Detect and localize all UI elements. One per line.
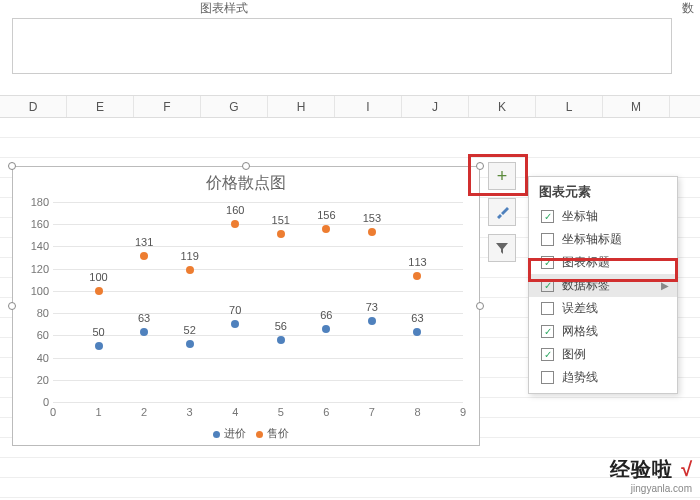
checkbox[interactable]: ✓ (541, 279, 554, 292)
gridline (53, 269, 463, 270)
chart-element-option[interactable]: ✓数据标签▶ (529, 274, 677, 297)
chart-legend[interactable]: 进价售价 (13, 426, 479, 441)
grid-row[interactable] (0, 118, 700, 138)
column-header[interactable]: G (201, 96, 268, 117)
column-headers: DEFGHIJKLM (0, 96, 700, 118)
data-point[interactable] (231, 220, 239, 228)
x-axis-tick: 0 (50, 406, 56, 418)
chart-element-option[interactable]: ✓网格线 (529, 320, 677, 343)
column-header[interactable]: E (67, 96, 134, 117)
resize-handle[interactable] (242, 162, 250, 170)
grid-row[interactable] (0, 138, 700, 158)
chart-element-option[interactable]: ✓坐标轴 (529, 205, 677, 228)
y-axis-tick: 80 (23, 307, 49, 319)
chart-elements-button[interactable]: + (488, 162, 516, 190)
data-point[interactable] (368, 228, 376, 236)
chart-element-option[interactable]: ✓图表标题 (529, 251, 677, 274)
option-label: 趋势线 (562, 369, 598, 386)
data-label: 66 (320, 309, 332, 321)
chart-element-option[interactable]: 坐标轴标题 (529, 228, 677, 251)
data-point[interactable] (277, 230, 285, 238)
chevron-right-icon: ▶ (661, 280, 669, 291)
chart-style-gallery[interactable] (12, 18, 672, 74)
column-header[interactable]: F (134, 96, 201, 117)
data-point[interactable] (413, 328, 421, 336)
data-point[interactable] (95, 342, 103, 350)
gridline (53, 380, 463, 381)
gridline (53, 313, 463, 314)
chart-filter-button[interactable] (488, 234, 516, 262)
panel-title: 图表元素 (529, 177, 677, 205)
data-point[interactable] (231, 320, 239, 328)
ribbon: 图表样式 数 (0, 0, 700, 96)
column-header[interactable]: D (0, 96, 67, 117)
option-label: 图例 (562, 346, 586, 363)
y-axis-tick: 140 (23, 240, 49, 252)
checkbox[interactable]: ✓ (541, 256, 554, 269)
chart-plot-area[interactable]: 0204060801001201401601800123456789506352… (53, 202, 463, 402)
column-header[interactable]: M (603, 96, 670, 117)
x-axis-tick: 7 (369, 406, 375, 418)
y-axis-tick: 120 (23, 263, 49, 275)
x-axis-tick: 6 (323, 406, 329, 418)
data-label: 56 (275, 320, 287, 332)
data-point[interactable] (95, 287, 103, 295)
legend-marker (256, 431, 263, 438)
chart-element-option[interactable]: 误差线 (529, 297, 677, 320)
check-icon: √ (680, 458, 692, 480)
checkbox[interactable]: ✓ (541, 210, 554, 223)
y-axis-tick: 20 (23, 374, 49, 386)
option-label: 网格线 (562, 323, 598, 340)
x-axis-tick: 4 (232, 406, 238, 418)
legend-label: 售价 (267, 427, 289, 439)
resize-handle[interactable] (8, 302, 16, 310)
option-label: 坐标轴 (562, 208, 598, 225)
grid-row[interactable] (0, 458, 700, 478)
data-point[interactable] (140, 328, 148, 336)
data-label: 52 (184, 324, 196, 336)
chart-element-option[interactable]: 趋势线 (529, 366, 677, 389)
x-axis-tick: 9 (460, 406, 466, 418)
resize-handle[interactable] (8, 162, 16, 170)
gridline (53, 246, 463, 247)
data-point[interactable] (368, 317, 376, 325)
resize-handle[interactable] (476, 302, 484, 310)
column-header[interactable]: H (268, 96, 335, 117)
column-header[interactable]: L (536, 96, 603, 117)
chart-title[interactable]: 价格散点图 (13, 167, 479, 194)
column-header[interactable]: K (469, 96, 536, 117)
column-header[interactable]: J (402, 96, 469, 117)
x-axis-tick: 8 (414, 406, 420, 418)
spreadsheet-grid[interactable]: 价格散点图 0204060801001201401601800123456789… (0, 118, 700, 500)
grid-row[interactable] (0, 478, 700, 498)
y-axis-tick: 60 (23, 329, 49, 341)
watermark-url: jingyanla.com (610, 483, 692, 494)
x-axis-tick: 3 (187, 406, 193, 418)
data-point[interactable] (322, 325, 330, 333)
data-point[interactable] (413, 272, 421, 280)
data-label: 100 (89, 271, 107, 283)
data-label: 151 (272, 214, 290, 226)
embedded-chart[interactable]: 价格散点图 0204060801001201401601800123456789… (12, 166, 480, 446)
chart-styles-button[interactable] (488, 198, 516, 226)
data-label: 153 (363, 212, 381, 224)
checkbox[interactable] (541, 302, 554, 315)
data-point[interactable] (322, 225, 330, 233)
option-label: 坐标轴标题 (562, 231, 622, 248)
checkbox[interactable] (541, 371, 554, 384)
checkbox[interactable]: ✓ (541, 325, 554, 338)
data-point[interactable] (186, 266, 194, 274)
resize-handle[interactable] (476, 162, 484, 170)
gridline (53, 335, 463, 336)
data-point[interactable] (140, 252, 148, 260)
checkbox[interactable]: ✓ (541, 348, 554, 361)
data-point[interactable] (277, 336, 285, 344)
gridline (53, 202, 463, 203)
column-header[interactable]: I (335, 96, 402, 117)
option-label: 误差线 (562, 300, 598, 317)
chart-element-option[interactable]: ✓图例 (529, 343, 677, 366)
ribbon-right-hint: 数 (682, 0, 694, 17)
gridline (53, 291, 463, 292)
data-point[interactable] (186, 340, 194, 348)
checkbox[interactable] (541, 233, 554, 246)
